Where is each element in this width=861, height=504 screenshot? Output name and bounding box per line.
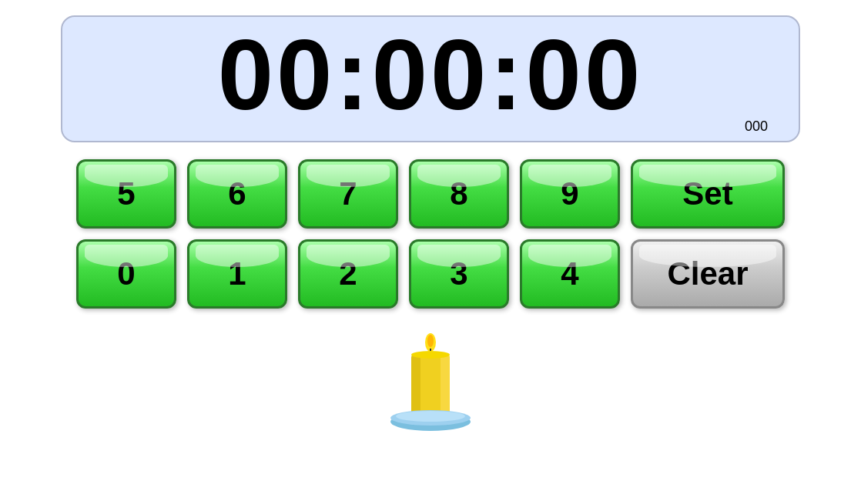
svg-rect-5 xyxy=(441,355,450,416)
timer-digits: 00:00:00 xyxy=(218,25,643,125)
button-0[interactable]: 0 xyxy=(76,239,176,309)
svg-rect-4 xyxy=(411,355,420,416)
svg-point-1 xyxy=(427,335,434,347)
clear-button[interactable]: Clear xyxy=(631,239,785,309)
button-1[interactable]: 1 xyxy=(187,239,287,309)
button-9[interactable]: 9 xyxy=(520,159,620,229)
candle-illustration xyxy=(361,325,500,449)
button-row-bottom: 0 1 2 3 4 Clear xyxy=(76,239,785,309)
button-2[interactable]: 2 xyxy=(298,239,398,309)
button-3[interactable]: 3 xyxy=(409,239,509,309)
timer-milliseconds: 000 xyxy=(745,118,776,135)
button-6[interactable]: 6 xyxy=(187,159,287,229)
svg-point-6 xyxy=(411,351,450,359)
button-4[interactable]: 4 xyxy=(520,239,620,309)
svg-point-9 xyxy=(396,411,465,422)
button-7[interactable]: 7 xyxy=(298,159,398,229)
timer-display: 00:00:00 000 xyxy=(61,15,800,142)
button-5[interactable]: 5 xyxy=(76,159,176,229)
candle-svg xyxy=(361,325,500,449)
button-row-top: 5 6 7 8 9 Set xyxy=(76,159,785,229)
set-button[interactable]: Set xyxy=(631,159,785,229)
button-8[interactable]: 8 xyxy=(409,159,509,229)
